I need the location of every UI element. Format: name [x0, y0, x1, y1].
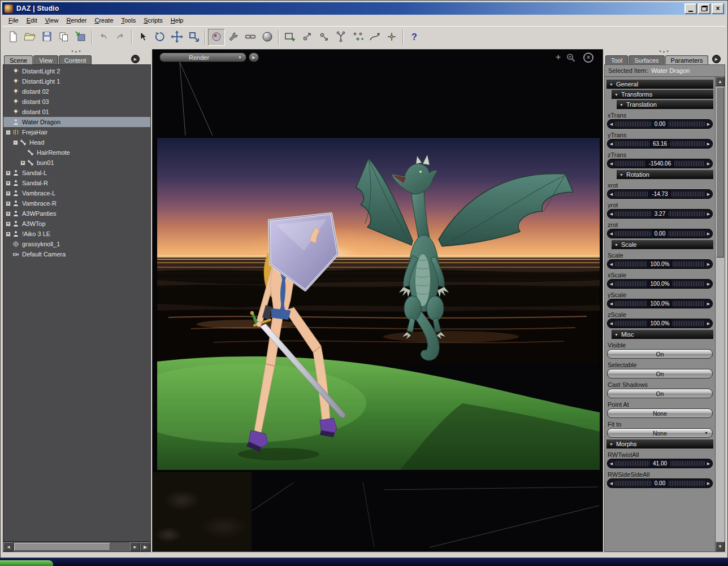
restore-button[interactable] — [698, 3, 710, 14]
param-fit-to-button[interactable]: None▼ — [607, 428, 713, 438]
scene-tab-content[interactable]: Content — [59, 55, 92, 64]
tree-expander[interactable]: + — [6, 181, 11, 186]
viewport-camera-select[interactable]: Render ▼ — [159, 53, 246, 62]
panel-dock-handle[interactable]: ▾▴▾ — [3, 49, 151, 54]
tree-expander[interactable]: + — [6, 211, 11, 216]
tree-expander[interactable]: + — [6, 191, 11, 196]
tree-item-vambrace-r[interactable]: +Vambrace-R — [3, 198, 150, 208]
param-slider-rwsidesideall[interactable]: ◀0.00▶ — [607, 478, 713, 488]
rotate-tool-button[interactable] — [151, 29, 168, 46]
create-node-up-button[interactable] — [298, 29, 315, 46]
import-file-button[interactable] — [72, 29, 89, 46]
param-slider-scale[interactable]: ◀100.0%▶ — [607, 259, 713, 269]
param-selectable-button[interactable]: On — [607, 369, 713, 378]
create-branch-button[interactable] — [332, 29, 349, 46]
param-slider-xtrans[interactable]: ◀0.00▶ — [607, 119, 713, 129]
scroll-left-icon[interactable]: ◄ — [3, 542, 14, 551]
start-button-partial[interactable] — [0, 560, 53, 566]
tree-expander[interactable]: + — [6, 221, 11, 227]
params-tab-parameters[interactable]: Parameters — [665, 55, 709, 64]
slider-left-arrow-icon[interactable]: ◀ — [608, 162, 615, 166]
slider-right-arrow-icon[interactable]: ▶ — [705, 162, 712, 166]
vscroll-thumb[interactable] — [716, 87, 724, 258]
slider-right-arrow-icon[interactable]: ▶ — [705, 192, 712, 197]
param-slider-rwtwistall[interactable]: ◀41.00▶ — [607, 459, 713, 468]
panel-corner-button[interactable]: ▶ — [140, 542, 150, 551]
menu-create[interactable]: Create — [90, 16, 117, 25]
joint-editor-tool-button[interactable] — [225, 29, 242, 46]
windows-taskbar[interactable] — [0, 558, 728, 566]
section-header-scale[interactable]: ▼Scale — [612, 240, 713, 249]
scene-tab-scene[interactable]: Scene — [4, 55, 33, 64]
slider-left-arrow-icon[interactable]: ◀ — [608, 192, 615, 197]
viewport[interactable]: Render ▼ ▶ + × — [152, 49, 603, 552]
create-cross-button[interactable] — [383, 29, 400, 46]
param-slider-yscale[interactable]: ◀100.0%▶ — [607, 299, 713, 308]
slider-left-arrow-icon[interactable]: ◀ — [608, 302, 615, 306]
title-bar[interactable]: DAZ | Studio × — [2, 2, 726, 15]
slider-right-arrow-icon[interactable]: ▶ — [705, 282, 712, 286]
tree-item-default-camera[interactable]: Default Camera — [3, 249, 150, 259]
section-header-transforms[interactable]: ▼Transforms — [612, 90, 713, 99]
panel-menu-button[interactable]: ▶ — [712, 55, 721, 63]
param-slider-zrot[interactable]: ◀0.00▶ — [607, 229, 713, 238]
viewport-zoom-icon[interactable] — [566, 53, 575, 64]
slider-left-arrow-icon[interactable]: ◀ — [608, 321, 615, 326]
param-visible-button[interactable]: On — [607, 349, 713, 359]
tree-item-bun01[interactable]: +bun01 — [3, 158, 150, 168]
create-curve-button[interactable] — [366, 29, 383, 46]
menu-scripts[interactable]: Scripts — [140, 16, 167, 25]
slider-right-arrow-icon[interactable]: ▶ — [705, 321, 712, 326]
section-header-misc[interactable]: ▼Misc — [612, 330, 713, 339]
tree-item-aiko-3-le[interactable]: +!Aiko 3 LE — [3, 229, 150, 239]
scene-tab-view[interactable]: View — [33, 55, 58, 64]
param-slider-xrot[interactable]: ◀-14.73▶ — [607, 189, 713, 199]
tree-expander[interactable]: + — [6, 232, 11, 237]
minimize-button[interactable] — [684, 3, 697, 14]
scroll-up-icon[interactable]: ▲ — [716, 77, 725, 86]
slider-right-arrow-icon[interactable]: ▶ — [705, 302, 712, 306]
create-node-down-button[interactable] — [315, 29, 332, 46]
slider-left-arrow-icon[interactable]: ◀ — [608, 282, 615, 286]
slider-right-arrow-icon[interactable]: ▶ — [705, 481, 712, 486]
tree-item-sandal-r[interactable]: +Sandal-R — [3, 178, 150, 188]
tree-item-sandal-l[interactable]: +Sandal-L — [3, 168, 150, 178]
help-button[interactable]: ? — [406, 29, 423, 46]
panel-dock-handle[interactable]: ▾▴▾ — [604, 49, 725, 54]
vscroll-track[interactable] — [716, 258, 725, 542]
scene-tree-hscrollbar[interactable]: ◄ ► ▶ — [3, 542, 151, 552]
rendered-scene[interactable] — [157, 137, 600, 471]
redo-button[interactable] — [112, 29, 129, 46]
param-slider-zscale[interactable]: ◀100.0%▶ — [607, 319, 713, 328]
create-dots-button[interactable] — [349, 29, 366, 46]
hscroll-thumb[interactable] — [14, 543, 110, 551]
close-button[interactable]: × — [712, 3, 724, 14]
new-file-button[interactable] — [5, 29, 21, 46]
scroll-right-icon[interactable]: ► — [130, 542, 140, 551]
tree-item-a3wpanties[interactable]: +A3WPanties — [3, 208, 150, 219]
slider-left-arrow-icon[interactable]: ◀ — [608, 461, 615, 466]
tree-expander[interactable]: + — [6, 171, 11, 176]
slider-left-arrow-icon[interactable]: ◀ — [608, 262, 615, 267]
menu-help[interactable]: Help — [167, 16, 188, 25]
tree-item-distant-01[interactable]: distant 01 — [3, 107, 150, 117]
param-slider-ztrans[interactable]: ◀-1540.06▶ — [607, 159, 713, 168]
tree-expander[interactable]: + — [20, 160, 25, 166]
section-header-general[interactable]: ▼General — [606, 80, 713, 89]
slider-right-arrow-icon[interactable]: ▶ — [705, 461, 712, 466]
create-camera-button[interactable] — [281, 29, 298, 46]
hscroll-track[interactable] — [111, 542, 130, 551]
tree-item-distantlight-1[interactable]: DistantLight 1 — [3, 76, 150, 86]
slider-left-arrow-icon[interactable]: ◀ — [608, 481, 615, 486]
tree-item-head[interactable]: -Head — [3, 137, 150, 147]
param-slider-yrot[interactable]: ◀3.27▶ — [607, 209, 713, 219]
slider-right-arrow-icon[interactable]: ▶ — [705, 142, 712, 146]
select-tool-button[interactable] — [135, 29, 151, 46]
chain-tool-button[interactable] — [242, 29, 259, 46]
menu-view[interactable]: View — [41, 16, 63, 25]
section-header-morphs[interactable]: ▼Morphs — [606, 439, 713, 449]
tree-item-grassyknoll-1[interactable]: grassyknoll_1 — [3, 239, 150, 249]
slider-left-arrow-icon[interactable]: ◀ — [608, 212, 615, 216]
tree-item-distant-03[interactable]: distant 03 — [3, 97, 150, 107]
tree-expander[interactable]: + — [6, 201, 11, 206]
